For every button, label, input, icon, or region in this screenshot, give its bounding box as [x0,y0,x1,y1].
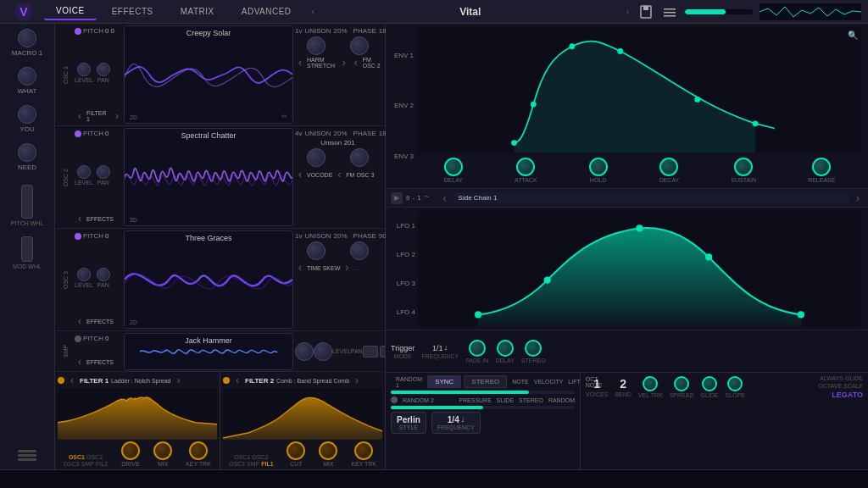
filter2-mix-knob[interactable] [319,441,337,460]
tab-matrix[interactable]: MATRIX [169,3,226,19]
rand2-slider[interactable] [391,406,575,409]
lfo-play-icon[interactable]: ▶ [391,192,403,204]
osc3-uni-knob[interactable] [307,241,326,260]
pitch-wheel[interactable] [21,185,33,219]
lfo-next[interactable]: › [853,192,863,204]
voice-slope-knob[interactable] [727,376,743,391]
lfo-delay-knob[interactable] [497,340,514,357]
osc1-uni-knob[interactable] [307,36,326,55]
osc2-vocode-prev[interactable]: ‹ [295,169,305,180]
tab-advanced[interactable]: ADVANCED [230,3,303,19]
filter2-next[interactable]: › [352,374,362,386]
osc1-harm-prev[interactable]: ‹ [295,57,305,69]
osc3-phase-knob[interactable] [350,241,369,260]
env-search-icon[interactable]: 🔍 [848,30,858,40]
lfo-viz[interactable] [418,211,861,326]
rand-freq-box[interactable]: 1/4 ♩ FREQUENCY [431,412,481,434]
filter2-src-osc3[interactable]: OSC3 [229,461,245,467]
logo-icon[interactable]: V [14,3,33,21]
filter2-dot[interactable] [223,377,230,384]
filter2-src-osc2[interactable]: OSC2 [252,454,268,460]
filter1-keytrk-knob[interactable] [189,441,208,460]
filter1-mix-knob[interactable] [153,441,172,460]
osc2-uni-knob[interactable] [307,148,326,167]
osc3-effects-prev[interactable]: ‹ [75,315,85,327]
env-release-knob[interactable] [812,158,831,176]
env-delay-knob[interactable] [444,158,463,176]
legato-label[interactable]: LEGATO [832,391,863,399]
filter1-drive-knob[interactable] [121,441,140,460]
osc3-waveform[interactable]: Three Graces 2D [124,230,293,329]
smp-knob1[interactable] [295,342,314,361]
macro4-knob[interactable] [18,143,36,162]
filter1-dot[interactable] [58,377,64,384]
tab-effects[interactable]: EFFECTS [100,3,165,19]
filter1-next[interactable]: › [174,374,184,386]
rand1-slider[interactable] [391,391,575,394]
osc1-level-knob[interactable] [77,63,91,76]
filter2-src-osc1[interactable]: OSC1 [234,454,250,460]
filter1-src-osc3[interactable]: DSC3 [64,461,80,467]
osc2-effects-prev[interactable]: ‹ [75,213,85,225]
osc1-harm-next[interactable]: › [339,57,349,69]
voice-veltrk-knob[interactable] [643,376,658,391]
osc1-phase-knob[interactable] [350,36,369,55]
smp-effects-prev[interactable]: ‹ [75,356,85,368]
osc2-phase-knob[interactable] [350,148,369,167]
filter2-keytrk-knob[interactable] [354,441,373,460]
osc2-pan-knob[interactable] [97,165,110,179]
env-hold-knob[interactable] [589,158,608,176]
rand1-sync-btn[interactable]: SYNC [427,375,461,388]
osc2-fm-prev[interactable]: ‹ [334,169,344,180]
osc3-tskew-prev[interactable]: ‹ [295,262,305,274]
osc1-active-dot[interactable] [75,28,81,35]
osc1-filter-next[interactable]: › [112,110,122,122]
filter2-src-fil1[interactable]: FIL1 [261,461,273,467]
env-sustain-knob[interactable] [734,158,753,176]
osc1-waveform[interactable]: Creepy Solar 2D ✏ [124,25,293,124]
env-viz[interactable]: 🔍 [418,27,861,152]
lfo-fadein-knob[interactable] [469,340,486,357]
menu-icon[interactable] [661,3,678,20]
progress-bar[interactable] [685,9,753,14]
smp-active-dot[interactable] [75,336,81,342]
osc2-active-dot[interactable] [75,130,81,137]
lfo-stereo-knob[interactable] [525,340,542,357]
osc3-level-knob[interactable] [77,268,91,281]
macro3-knob[interactable] [18,105,36,124]
filter1-src-osc2[interactable]: OSC2 [86,454,103,460]
osc1-fm-prev[interactable]: ‹ [351,57,361,69]
nav-prev-arrow[interactable]: ‹ [307,7,320,16]
osc2-waveform[interactable]: Spectral Chatter 3D [124,128,293,226]
osc3-pan-knob[interactable] [97,268,110,281]
bars-icon[interactable] [18,450,36,464]
filter2-viz[interactable] [223,388,382,440]
filter1-viz[interactable] [58,388,217,440]
osc2-level-knob[interactable] [77,165,91,179]
mod-wheel[interactable] [21,236,33,262]
filter1-src-fil2[interactable]: FIL2 [96,461,108,467]
filter2-src-smp[interactable]: SMP [247,461,259,467]
save-icon[interactable] [637,3,654,20]
lfo-sidechain-display[interactable]: Side Chain 1 [453,192,849,203]
smp-waveform[interactable]: Jack Hammer [124,333,293,370]
rand1-stereo-btn[interactable]: STEREO [464,375,507,388]
tab-voice[interactable]: VOICE [44,3,97,20]
osc1-pan-knob[interactable] [97,63,110,76]
lfo-wave-icon[interactable]: ~ [425,192,437,204]
filter1-src-osc1[interactable]: OSC1 [69,454,85,460]
voice-spread-knob[interactable] [674,376,689,391]
env-decay-knob[interactable] [659,158,678,176]
osc1-filter-prev[interactable]: ‹ [75,110,85,122]
osc3-active-dot[interactable] [75,233,81,240]
perlin-box[interactable]: Perlin STYLE [391,412,426,434]
voice-glide-knob[interactable] [702,376,717,391]
macro1-knob[interactable] [18,29,36,47]
lfo-prev[interactable]: ‹ [440,192,450,204]
smp-btn1[interactable] [363,346,378,358]
filter1-src-smp[interactable]: SMP [81,461,94,467]
osc3-tskew-next[interactable]: › [342,262,352,274]
env-attack-knob[interactable] [516,158,535,176]
nav-next-arrow[interactable]: › [621,7,634,16]
filter1-prev[interactable]: ‹ [67,374,77,386]
